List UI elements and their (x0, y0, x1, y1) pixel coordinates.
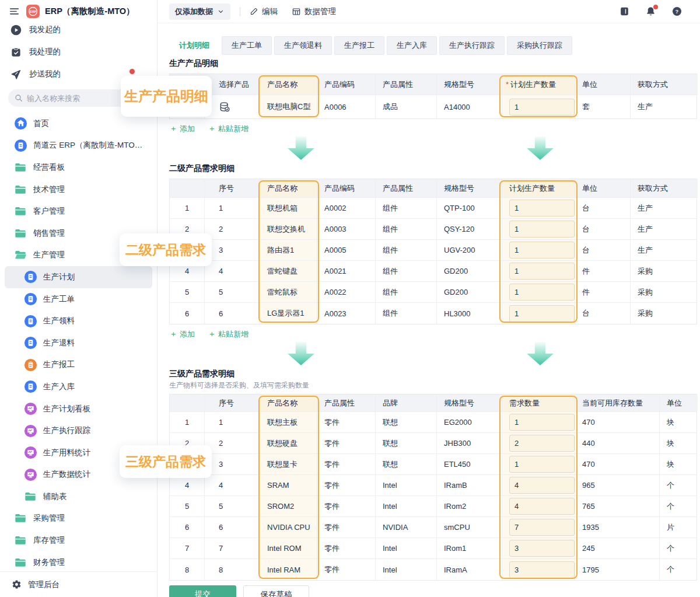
cell-text: A0005 (324, 246, 346, 254)
cell-text: GD200 (444, 267, 468, 275)
table-cell: 零件 (317, 559, 376, 580)
header-label: 规格型号 (444, 79, 474, 90)
paste-add-link[interactable]: ＋粘贴新增 (208, 124, 249, 134)
sidebar-item-11[interactable]: 生产报工 (5, 354, 152, 376)
qty-input[interactable] (509, 284, 575, 301)
plus-icon: ＋ (208, 329, 216, 340)
quick-item-1[interactable]: 我处理的 (0, 41, 157, 63)
qty-input[interactable] (509, 435, 575, 452)
cell-text: 台 (582, 224, 590, 235)
table-cell: A0006 (317, 95, 376, 118)
sidebar-item-14[interactable]: 生产执行跟踪 (5, 420, 152, 442)
bell-icon[interactable] (645, 6, 656, 17)
row-index: 1 (170, 198, 205, 218)
submit-button[interactable]: 提交 (169, 585, 236, 597)
table-cell: HL3000 (437, 303, 502, 324)
row-index: 5 (170, 282, 205, 302)
tab-5[interactable]: 生产执行跟踪 (439, 36, 505, 55)
hamburger-menu-icon[interactable] (7, 6, 21, 17)
sidebar-quick-items: 我发起的我处理的抄送我的 (0, 19, 157, 85)
sidebar-item-2[interactable]: 经营看板 (5, 156, 152, 179)
qty-input[interactable] (509, 200, 575, 217)
section-title: 生产产品明细 (169, 58, 700, 69)
sidebar-item-label: 技术管理 (33, 184, 68, 195)
table-header-row: 序号产品名称产品编码产品属性规格型号计划生产数量单位获取方式 (170, 179, 696, 198)
add-row-link[interactable]: ＋添加 (169, 329, 195, 340)
table-cell: 765 (575, 496, 660, 516)
cell-text: QTP-100 (444, 204, 475, 212)
qty-input[interactable] (509, 414, 575, 431)
table-cell: 雷蛇鼠标 (260, 282, 317, 302)
sidebar-item-admin[interactable]: 管理后台 (0, 571, 157, 597)
save-draft-button[interactable]: 保存草稿 (243, 585, 309, 597)
table-cell (502, 475, 575, 495)
header-label: 产品名称 (267, 183, 298, 194)
cell-text: 个 (667, 501, 674, 512)
sidebar-item-17[interactable]: 辅助表 (5, 486, 152, 508)
tab-6[interactable]: 采购执行跟踪 (507, 36, 572, 55)
edit-button[interactable]: 编辑 (250, 6, 278, 17)
row-index: 8 (170, 559, 205, 580)
sidebar-item-8[interactable]: 生产工单 (5, 288, 152, 310)
sidebar-item-18[interactable]: 采购管理 (5, 508, 152, 530)
table-cell: Intel (376, 475, 437, 495)
column-header: 规格型号 (437, 179, 502, 197)
qty-input[interactable] (509, 519, 575, 536)
paste-add-link[interactable]: ＋粘贴新增 (208, 329, 249, 340)
qty-input[interactable] (509, 561, 575, 578)
table-cell: JHB300 (437, 433, 502, 453)
sidebar-item-19[interactable]: 库存管理 (5, 529, 152, 551)
cell-text: 套 (582, 102, 590, 112)
flow-arrows-2 (169, 342, 700, 366)
cell-text: 4 (219, 267, 223, 275)
help-icon[interactable]: ? (671, 6, 682, 17)
table-cell (502, 303, 575, 324)
tab-1[interactable]: 生产工单 (222, 36, 272, 55)
qty-input[interactable] (509, 263, 575, 280)
table-cell: A0023 (317, 303, 376, 324)
qty-input[interactable] (509, 540, 575, 557)
tab-2[interactable]: 生产领退料 (274, 36, 332, 55)
sidebar-item-12[interactable]: 生产入库 (5, 376, 152, 398)
paste-add-label: 粘贴新增 (218, 329, 249, 340)
sidebar-item-4[interactable]: 客户管理 (5, 200, 152, 222)
table-cell: 1795 (575, 559, 660, 580)
level2-demand-table: 序号产品名称产品编码产品属性规格型号计划生产数量单位获取方式11联想机箱A000… (169, 179, 697, 324)
tab-3[interactable]: 生产报工 (334, 36, 384, 55)
qty-input[interactable] (509, 456, 575, 473)
sidebar-item-9[interactable]: 生产领料 (5, 310, 152, 332)
table-cell: 生产 (631, 219, 698, 239)
sidebar-item-13[interactable]: 生产计划看板 (5, 398, 152, 420)
cell-text: 5 (185, 502, 189, 511)
cell-text: 组件 (383, 266, 398, 277)
qty-input[interactable] (509, 221, 575, 238)
sidebar-item-10[interactable]: 生产退料 (5, 332, 152, 354)
qty-input[interactable] (509, 242, 575, 259)
table-cell: 联想电脑C型 (260, 95, 317, 118)
sidebar-item-20[interactable]: 财务管理 (5, 551, 152, 571)
pencil-icon (250, 7, 258, 16)
qty-input[interactable] (509, 498, 575, 515)
table-cell: 块 (660, 412, 698, 432)
sidebar-item-1[interactable]: 简道云 ERP（离散制造-MTO）... (5, 135, 152, 157)
tab-0[interactable]: 计划明细 (169, 36, 219, 55)
row-index: 6 (170, 517, 205, 537)
send-icon (9, 68, 23, 80)
qty-input[interactable] (509, 477, 575, 494)
select-product-icon[interactable] (219, 101, 230, 113)
sidebar-item-3[interactable]: 技术管理 (5, 179, 152, 201)
table-cell: 3 (205, 240, 260, 260)
qty-input[interactable] (509, 305, 575, 322)
sidebar-item-7[interactable]: 生产计划 (5, 266, 152, 288)
mode-dropdown[interactable]: 仅添加数据 (169, 4, 230, 20)
table-cell (502, 496, 575, 516)
column-header: 产品名称 (260, 179, 317, 197)
quick-item-0[interactable]: 我发起的 (0, 19, 157, 41)
tab-4[interactable]: 生产入库 (387, 36, 437, 55)
data-manage-button[interactable]: 数据管理 (292, 6, 336, 17)
cell-text: 路由器1 (267, 245, 294, 256)
qty-input[interactable] (509, 99, 575, 116)
cell-text: 联想交换机 (267, 224, 305, 235)
panel-icon[interactable] (619, 6, 630, 17)
add-row-link[interactable]: ＋添加 (169, 124, 195, 134)
